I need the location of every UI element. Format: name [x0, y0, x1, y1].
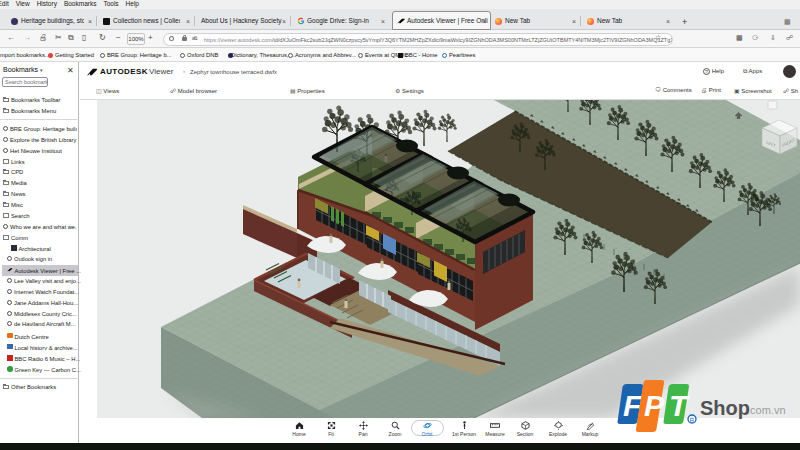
svg-text:P: P [644, 389, 665, 422]
svg-text:Shop: Shop [700, 397, 750, 419]
svg-text:R: R [690, 417, 695, 423]
svg-text:.com.vn: .com.vn [747, 404, 786, 416]
svg-text:T: T [669, 389, 690, 422]
